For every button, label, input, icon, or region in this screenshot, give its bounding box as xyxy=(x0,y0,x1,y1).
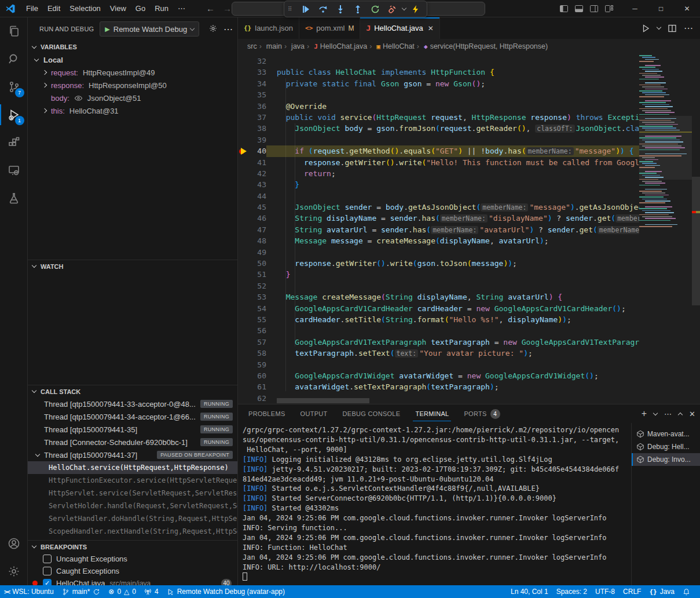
cursor-position-item[interactable]: Ln 40, Col 1 xyxy=(507,585,552,598)
variable-row[interactable]: body: JsonObject@51 xyxy=(28,92,237,104)
split-editor-icon[interactable] xyxy=(668,24,677,33)
code-line[interactable]: 40 if (request.getMethod().equals("GET")… xyxy=(238,145,639,156)
code-line[interactable]: 38 JsonObject body = gson.fromJson(reque… xyxy=(238,123,639,134)
code-editor[interactable]: 3233public class HelloChat implements Ht… xyxy=(238,54,700,404)
breadcrumb-item[interactable]: ▣ HelloChat xyxy=(369,42,415,50)
toggle-panel-icon[interactable] xyxy=(574,4,584,13)
code-line[interactable]: 46 String displayName = sender.has(membe… xyxy=(238,213,639,224)
code-line[interactable]: 50 response.getWriter().write(gson.toJso… xyxy=(238,258,639,269)
forward-arrow-icon[interactable]: → xyxy=(223,3,232,13)
horizontal-scrollbar[interactable] xyxy=(277,398,369,403)
breadcrumb-item[interactable]: J HelloChat.java xyxy=(307,42,367,50)
panel-tab[interactable]: DEBUG CONSOLE xyxy=(340,404,403,423)
breadcrumb-item[interactable]: java xyxy=(284,42,305,50)
testing-icon[interactable] xyxy=(0,184,28,212)
restart-button[interactable] xyxy=(368,2,383,16)
panel-tab[interactable]: OUTPUT xyxy=(298,404,330,423)
menu-item[interactable]: Selection xyxy=(65,2,105,15)
start-debug-icon[interactable]: ▶ xyxy=(105,25,109,33)
encoding-item[interactable]: UTF-8 xyxy=(591,585,619,598)
customize-layout-icon[interactable] xyxy=(604,4,614,13)
vertical-scrollbar[interactable] xyxy=(692,54,700,404)
code-line[interactable]: 33public class HelloChat implements Http… xyxy=(238,67,639,78)
thread-row[interactable]: Thread [qtp1500079441-33-acceptor-0@48..… xyxy=(28,398,237,410)
account-icon[interactable] xyxy=(0,530,28,557)
terminal-list-item[interactable]: Debug: Hell... xyxy=(632,440,700,453)
breakpoints-header[interactable]: BREAKPOINTS xyxy=(28,540,237,553)
close-window-button[interactable]: ✕ xyxy=(674,0,700,17)
code-line[interactable]: 56 xyxy=(238,325,639,336)
debug-session-item[interactable]: Remote Watch Debug (avatar-app) xyxy=(163,585,289,598)
panel-tab[interactable]: TERMINAL xyxy=(413,404,451,423)
remote-explorer-icon[interactable] xyxy=(0,156,28,184)
eye-icon[interactable] xyxy=(74,94,83,103)
maximize-button[interactable]: □ xyxy=(648,0,674,17)
terminal-list-item[interactable]: Debug: Invo... xyxy=(632,453,700,466)
code-line[interactable]: 48 Message message = createMessage(displ… xyxy=(238,235,639,246)
launch-config-dropdown[interactable]: ▶ Remote Watch Debug xyxy=(100,21,199,37)
thread-row[interactable]: Thread [qtp1500079441-34-acceptor-1@66..… xyxy=(28,410,237,423)
code-line[interactable]: 39 xyxy=(238,134,639,145)
search-icon[interactable] xyxy=(0,45,28,73)
toolbar-grip-icon[interactable]: ⠿ xyxy=(288,6,296,12)
menu-item[interactable]: Go xyxy=(131,2,150,15)
breadcrumb-item[interactable]: ◆ service(HttpRequest, HttpResponse) xyxy=(417,42,548,50)
git-branch-item[interactable]: main* xyxy=(58,585,105,598)
back-arrow-icon[interactable]: ← xyxy=(206,3,215,13)
code-line[interactable]: 41 response.getWriter().write("Hello! Th… xyxy=(238,157,639,168)
new-terminal-icon[interactable]: + xyxy=(642,409,647,419)
debug-settings-gear-icon[interactable] xyxy=(208,24,218,33)
code-line[interactable]: 49 xyxy=(238,247,639,258)
settings-gear-icon[interactable] xyxy=(0,557,28,585)
variable-row[interactable]: response: HttpResponseImpl@50 xyxy=(28,79,237,92)
code-line[interactable]: 47 String avatarUrl = sender.has(memberN… xyxy=(238,224,639,235)
explorer-icon[interactable] xyxy=(0,17,28,45)
chevron-down-icon[interactable] xyxy=(657,25,661,30)
breadcrumb-item[interactable]: main xyxy=(259,42,282,50)
variable-row[interactable]: this: HelloChat@31 xyxy=(28,104,237,117)
code-line[interactable]: 58 textParagraph.setText(text:"Your avat… xyxy=(238,348,639,359)
breakpoint-row[interactable]: Caught Exceptions xyxy=(28,565,237,577)
more-actions-icon[interactable]: ⋯ xyxy=(684,23,693,34)
hot-code-replace-button[interactable] xyxy=(408,2,423,16)
code-line[interactable]: 52 xyxy=(238,280,639,291)
step-over-button[interactable] xyxy=(316,2,331,16)
variable-row[interactable]: request: HttpRequestImpl@49 xyxy=(28,66,237,79)
code-line[interactable]: 44 xyxy=(238,191,639,202)
editor-tab[interactable]: {} launch.json ✕ xyxy=(238,17,299,39)
code-line[interactable]: 37 public void service(HttpRequest reque… xyxy=(238,112,639,123)
toggle-sidebar-icon[interactable] xyxy=(559,4,569,13)
continue-button[interactable] xyxy=(298,2,313,16)
stack-frame-row[interactable]: ServletHandler.doHandle(String,Request,H… xyxy=(28,512,237,525)
editor-tab[interactable]: <> pom.xml M ✕ xyxy=(299,17,360,39)
scope-local[interactable]: Local xyxy=(28,53,237,66)
code-line[interactable]: 59 xyxy=(238,359,639,370)
language-mode-item[interactable]: {} Java xyxy=(645,585,679,598)
code-line[interactable]: 45 JsonObject sender = body.getAsJsonObj… xyxy=(238,202,639,213)
watch-header[interactable]: WATCH xyxy=(28,260,237,272)
breakpoint-row[interactable]: HelloChat.java src/main/java 40 xyxy=(28,577,237,585)
notifications-bell-item[interactable] xyxy=(679,585,694,598)
panel-tab[interactable]: PORTS 4 xyxy=(461,404,502,423)
paused-breakpoint-icon[interactable] xyxy=(239,147,248,156)
extensions-icon[interactable] xyxy=(0,129,28,156)
stack-frame-row[interactable]: ScopedHandler.nextHandle(String,Request,… xyxy=(28,525,237,538)
stack-frame-row[interactable]: ServletHolder.handle(Request,ServletRequ… xyxy=(28,499,237,512)
code-line[interactable]: 36 @Override xyxy=(238,101,639,112)
menu-item[interactable]: Edit xyxy=(43,2,65,15)
step-out-button[interactable] xyxy=(350,2,365,16)
code-line[interactable]: 51 } xyxy=(238,269,639,280)
terminal-output[interactable]: /grpc/grpc-context/1.27.2/grpc-context-1… xyxy=(238,423,631,585)
stack-frame-row[interactable]: HttpFunctionExecutor.service(HttpServlet… xyxy=(28,474,237,487)
maximize-panel-icon[interactable] xyxy=(678,413,683,417)
call-stack-header[interactable]: CALL STACK xyxy=(28,385,237,398)
code-line[interactable]: 60 GoogleAppsCardV1Widget avatarWidget =… xyxy=(238,370,639,381)
indentation-item[interactable]: Spaces: 2 xyxy=(552,585,591,598)
menu-item[interactable]: View xyxy=(105,2,131,15)
breakpoint-checkbox[interactable] xyxy=(43,555,52,563)
code-line[interactable]: 34 private static final Gson gson = new … xyxy=(238,78,639,89)
breadcrumb-item[interactable]: src xyxy=(247,42,257,50)
thread-row[interactable]: Thread [qtp1500079441-37] PAUSED ON BREA… xyxy=(28,448,237,461)
toggle-secondary-sidebar-icon[interactable] xyxy=(589,4,599,13)
breakpoint-row[interactable]: Uncaught Exceptions xyxy=(28,553,237,565)
